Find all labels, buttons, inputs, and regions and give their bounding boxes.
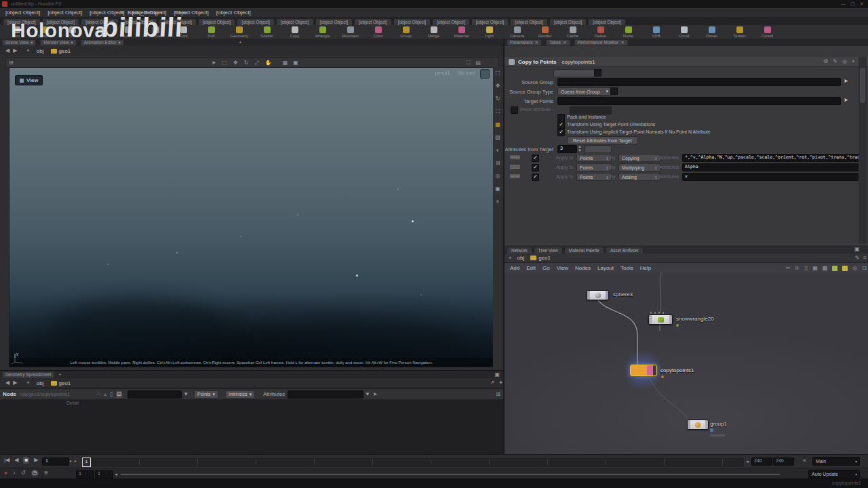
camera-menu[interactable]: No cam xyxy=(458,70,475,75)
network-menu-item[interactable]: View xyxy=(557,265,568,271)
range-slider-left-arrow[interactable]: ◄ xyxy=(114,471,118,478)
dots-icon[interactable]: ▩ xyxy=(823,265,828,272)
shelf-tool[interactable]: Terrain xyxy=(726,26,753,38)
filter-funnel-icon[interactable]: ▼ xyxy=(365,391,370,398)
path-node[interactable]: geo1 xyxy=(59,380,71,386)
shelf-tool[interactable]: Camera xyxy=(503,26,531,38)
source-group-field[interactable] xyxy=(557,78,841,86)
select-points-icon[interactable]: ➤ xyxy=(844,97,848,104)
dopesheet-icon[interactable]: ≋ xyxy=(44,470,49,476)
network-canvas[interactable]: sphere3 snowwrangle20 copytopoints1 xyxy=(505,272,868,454)
palette-icon[interactable] xyxy=(842,266,848,271)
stop-icon[interactable]: ■ xyxy=(23,457,29,464)
view-orbit-icon[interactable]: ↻ xyxy=(496,96,500,102)
menu-item[interactable]: [object Object] xyxy=(47,9,82,16)
network-pane-tab[interactable]: Material Palette xyxy=(564,247,604,253)
global-range-slider[interactable] xyxy=(121,474,780,475)
pin-icon[interactable]: ⌖ xyxy=(509,255,512,262)
node-flag-right[interactable] xyxy=(669,315,672,324)
network-menu-item[interactable]: Nodes xyxy=(575,265,591,271)
implicit-n-checkbox[interactable]: ✓ xyxy=(557,129,565,136)
network-pane-tab[interactable]: Asset Browser xyxy=(606,247,644,253)
viewport-canvas[interactable]: View persp1 No cam y Left mouse tumbles.… xyxy=(9,67,494,367)
cut-wire-icon[interactable]: ✂ xyxy=(786,265,791,272)
pointer-icon[interactable]: ➤ xyxy=(373,391,378,398)
pane-tab[interactable]: Parameters✕ xyxy=(507,39,542,46)
shelf-tab[interactable]: [object Object] xyxy=(276,18,314,25)
flipbook-icon[interactable]: ▣ xyxy=(293,60,298,66)
shelf-tool[interactable]: Sphere xyxy=(31,26,58,38)
filter-funnel-icon[interactable]: ▼ xyxy=(183,391,189,398)
network-menu-item[interactable]: Go xyxy=(542,265,550,271)
shelf-tab[interactable]: [object Object] xyxy=(81,18,119,25)
pane-tab[interactable]: Animation Editor▾ xyxy=(81,39,124,46)
piece-attribute-checkbox[interactable] xyxy=(511,106,518,114)
pane-maximize-icon[interactable]: ▣ xyxy=(494,371,500,378)
close-button[interactable]: ✕ xyxy=(860,1,864,7)
menu-item[interactable]: [object Object] xyxy=(5,9,40,16)
minimize-button[interactable]: — xyxy=(841,1,846,6)
close-tab-icon[interactable]: ✕ xyxy=(563,40,566,45)
desktop-selector[interactable]: Basic_Setup xyxy=(127,9,158,16)
range-start-field[interactable]: 1 xyxy=(76,470,94,479)
view-pan-icon[interactable]: ✥ xyxy=(496,83,500,89)
close-tab-icon[interactable]: ✕ xyxy=(535,40,538,45)
node-flag-left[interactable] xyxy=(688,420,690,429)
drag-handle-icon[interactable]: ▤▤ xyxy=(510,173,520,180)
node-flag-left[interactable] xyxy=(649,315,652,324)
grid-snap-icon[interactable]: ▦ xyxy=(812,265,818,272)
node-group1[interactable] xyxy=(687,420,709,430)
shelf-tool[interactable]: Mountain xyxy=(336,26,364,38)
lighting-icon[interactable]: ◐ xyxy=(496,147,500,154)
menu-item[interactable]: [object Object] xyxy=(216,9,251,16)
layout-quad-icon[interactable]: ▤ xyxy=(475,60,481,66)
realtime-toggle-icon[interactable]: ◷ xyxy=(31,470,39,476)
path-node[interactable]: geo1 xyxy=(538,255,551,261)
menu-extra-button[interactable] xyxy=(610,87,618,95)
gear-icon[interactable]: ⚙ xyxy=(823,58,828,65)
path-root[interactable]: obj xyxy=(37,380,44,386)
shelf-tool[interactable]: Group xyxy=(392,26,420,38)
intrinsics-menu[interactable]: Intrinsics▾ xyxy=(225,390,255,399)
pane-maximize-icon[interactable]: ▣ xyxy=(854,246,860,253)
snapshot-icon[interactable]: ▦ xyxy=(283,60,288,66)
camera-lock-icon[interactable]: ▣ xyxy=(495,186,500,192)
snap-icon[interactable]: ◎ xyxy=(496,173,500,180)
shelf-tool[interactable]: Color xyxy=(364,26,392,38)
attributes-filter-field[interactable] xyxy=(288,390,363,399)
node-snowwrangle20[interactable] xyxy=(648,314,673,325)
shelf-tab[interactable]: [object Object] xyxy=(471,18,509,25)
pin-icon[interactable]: ⌖ xyxy=(852,58,855,65)
frame-inc-icon[interactable]: ▸ xyxy=(75,458,77,464)
method-menu[interactable]: Multiplying↕ xyxy=(618,163,660,171)
take-selector[interactable]: Main ▾ xyxy=(812,457,860,466)
box-select-icon[interactable]: ⬚ xyxy=(222,60,227,66)
network-menu-item[interactable]: Tools xyxy=(620,265,633,271)
shelf-tab[interactable]: [object Object] xyxy=(432,18,470,25)
drag-handle-icon[interactable]: ▤▤ xyxy=(510,154,520,161)
apply-to-menu[interactable]: Points↕ xyxy=(576,163,612,171)
pane-menu[interactable]: Pane xyxy=(175,9,188,16)
right-pane-tab-add[interactable]: + xyxy=(610,39,614,45)
back-icon[interactable]: ◀ xyxy=(5,380,9,386)
network-pane-tab[interactable]: Network xyxy=(507,247,532,253)
network-menu-item[interactable]: Add xyxy=(510,265,519,271)
pane-tab[interactable]: Performance Monitor✕ xyxy=(574,39,628,46)
current-frame-field[interactable]: 1 xyxy=(42,458,69,466)
select-geometry-icon[interactable]: ➤ xyxy=(844,78,848,85)
pin-icon[interactable]: ⌖ xyxy=(26,380,30,386)
pane-tab[interactable]: Takes✕ xyxy=(546,39,570,46)
shelf-tab[interactable]: [object Object] xyxy=(354,18,392,25)
shelf-tool[interactable]: Tube xyxy=(58,26,86,38)
handles-tool-icon[interactable]: ✋ xyxy=(265,60,272,66)
search-icon[interactable]: ◎ xyxy=(852,265,857,272)
shelf-tool[interactable]: Line xyxy=(114,26,142,38)
frame-dec-icon[interactable]: ◂ xyxy=(69,458,71,464)
clipboard-icon[interactable]: ▯ xyxy=(805,265,808,272)
attr-row-enable-checkbox[interactable]: ✓ xyxy=(532,155,539,162)
shelf-tool[interactable]: Wrangle xyxy=(309,26,336,38)
view-persp-icon[interactable]: ⬚ xyxy=(495,70,500,77)
scale-tool-icon[interactable]: ⤢ xyxy=(254,60,258,66)
shelf-tool[interactable]: Cache xyxy=(559,26,587,38)
options-icon[interactable]: ⊞ xyxy=(496,391,500,398)
